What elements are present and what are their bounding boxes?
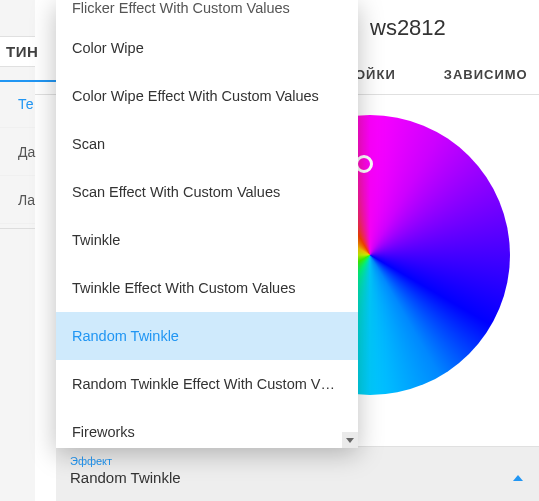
effect-field-value: Random Twinkle bbox=[70, 469, 181, 486]
top-tab-dependencies[interactable]: ЗАВИСИМО bbox=[444, 55, 528, 94]
effect-dropdown: Flicker Effect With Custom Values Color … bbox=[56, 0, 358, 448]
dropdown-item[interactable]: Scan bbox=[56, 120, 358, 168]
dropdown-item[interactable]: Color Wipe Effect With Custom Values bbox=[56, 72, 358, 120]
left-tab-2[interactable]: Ла bbox=[0, 176, 35, 224]
caret-up-icon[interactable] bbox=[513, 475, 523, 481]
effect-dropdown-list[interactable]: Flicker Effect With Custom Values Color … bbox=[56, 0, 358, 448]
app-root: ТИН Те Да Ла ws2812 ОЙКИ ЗАВИСИМО Эффект… bbox=[0, 0, 539, 501]
left-tabs: Те Да Ла bbox=[0, 80, 35, 224]
dropdown-item-selected[interactable]: Random Twinkle bbox=[56, 312, 358, 360]
scroll-down-icon[interactable] bbox=[342, 432, 358, 448]
left-tab-1[interactable]: Да bbox=[0, 128, 35, 176]
effect-field[interactable]: Эффект Random Twinkle bbox=[56, 446, 539, 501]
dropdown-item[interactable]: Scan Effect With Custom Values bbox=[56, 168, 358, 216]
dropdown-item[interactable]: Fireworks bbox=[56, 408, 358, 448]
dropdown-item[interactable]: Color Wipe bbox=[56, 24, 358, 72]
left-section-title: ТИН bbox=[0, 36, 35, 67]
left-column bbox=[0, 0, 35, 501]
dropdown-item[interactable]: Twinkle bbox=[56, 216, 358, 264]
dropdown-item[interactable]: Flicker Effect With Custom Values bbox=[56, 0, 358, 24]
left-tab-0[interactable]: Те bbox=[0, 80, 35, 128]
dropdown-item[interactable]: Random Twinkle Effect With Custom V… bbox=[56, 360, 358, 408]
effect-field-label: Эффект bbox=[70, 455, 523, 467]
top-tab-settings[interactable]: ОЙКИ bbox=[355, 55, 396, 94]
dropdown-item[interactable]: Twinkle Effect With Custom Values bbox=[56, 264, 358, 312]
page-title: ws2812 bbox=[370, 15, 446, 41]
left-divider bbox=[0, 228, 35, 229]
